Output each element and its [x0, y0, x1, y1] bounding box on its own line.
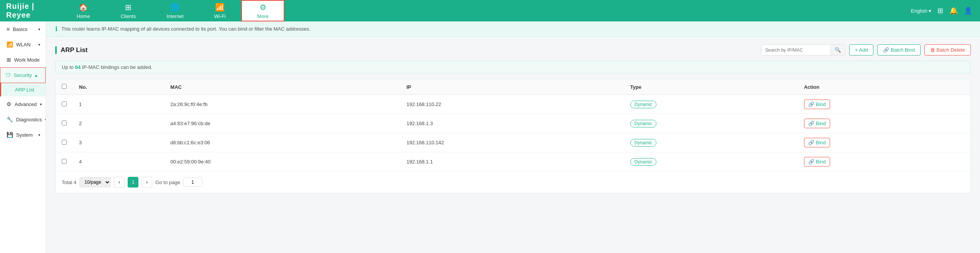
table-row: 2 a4:83:e7:96:cb:de 192.168.1.3 Dynamic … — [56, 114, 970, 133]
th-no: No. — [73, 79, 164, 95]
topnav-item-home[interactable]: 🏠 Home — [61, 0, 105, 21]
sidebar-item-arp-list-label: ARP List — [15, 87, 34, 93]
row-checkbox-2[interactable] — [62, 140, 67, 145]
info-banner: ℹ This router learns IP-MAC mapping of a… — [46, 21, 980, 37]
info-banner-text: This router learns IP-MAC mapping of all… — [61, 26, 311, 32]
row-no: 1 — [73, 95, 164, 114]
table-row: 4 00:e2:59:00:9e:40 192.168.1.1 Dynamic … — [56, 152, 970, 171]
workmode-icon: ⊞ — [7, 57, 11, 63]
sidebar-security-submenu: ARP List — [0, 83, 46, 96]
sidebar-item-system[interactable]: 💾 System ▾ — [0, 127, 46, 142]
language-selector[interactable]: English ▾ — [911, 8, 931, 14]
th-type: Type — [624, 79, 798, 95]
row-checkbox-cell — [56, 133, 73, 152]
sidebar-item-workmode[interactable]: ⊞ Work Mode — [0, 52, 46, 67]
link-icon: 🔗 — [808, 159, 814, 165]
bell-icon[interactable]: 🔔 — [949, 7, 958, 15]
limit-suffix: IP-MAC bindings can be added. — [81, 64, 152, 70]
sidebar-item-basics-label: Basics — [13, 26, 27, 32]
topnav-item-wifi[interactable]: 📶 Wi-Fi — [199, 0, 241, 21]
search-box[interactable]: 🔍 — [761, 44, 845, 55]
row-mac: 2a:26:9c:f0:4e:fb — [164, 95, 400, 114]
add-button[interactable]: + Add — [849, 44, 874, 55]
clients-icon: ⊞ — [125, 3, 132, 12]
row-checkbox-3[interactable] — [62, 159, 67, 164]
diagnostics-icon: 🔧 — [7, 116, 13, 122]
section-actions: 🔍 + Add 🔗 Batch Bind 🗑 Batch Delete — [761, 44, 971, 55]
search-button[interactable]: 🔍 — [830, 45, 845, 55]
brand-logo: Ruijie | Reyee — [6, 2, 55, 20]
th-mac: MAC — [164, 79, 400, 95]
row-mac: 00:e2:59:00:9e:40 — [164, 152, 400, 171]
sidebar-item-diagnostics[interactable]: 🔧 Diagnostics ▾ — [0, 112, 46, 127]
row-type: Dynamic — [624, 114, 798, 133]
row-ip: 192.168.110.22 — [400, 95, 624, 114]
bind-button-0[interactable]: 🔗 Bind — [804, 100, 830, 109]
th-action: Action — [798, 79, 970, 95]
row-type: Dynamic — [624, 152, 798, 171]
topnav-item-clients[interactable]: ⊞ Clients — [105, 0, 151, 21]
topnav-item-internet[interactable]: 🌐 Internet — [151, 0, 199, 21]
per-page-select[interactable]: 10/page — [79, 177, 111, 187]
row-no: 4 — [73, 152, 164, 171]
sidebar-item-wlan[interactable]: 📶 WLAN ▾ — [0, 37, 46, 52]
info-icon: ℹ — [55, 25, 58, 33]
sidebar-item-arp-list[interactable]: ARP List — [0, 83, 46, 96]
select-all-checkbox[interactable] — [62, 84, 67, 89]
row-checkbox-cell — [56, 95, 73, 114]
logo: Ruijie | Reyee — [0, 0, 61, 21]
bind-button-2[interactable]: 🔗 Bind — [804, 138, 830, 147]
go-to-label: Go to page — [155, 180, 180, 185]
link-icon: 🔗 — [808, 121, 814, 126]
row-ip: 192.168.110.142 — [400, 133, 624, 152]
section-header: ARP List 🔍 + Add 🔗 Batch Bind 🗑 Batch De… — [55, 44, 971, 55]
prev-page-button[interactable]: ‹ — [114, 177, 125, 188]
sidebar-item-security-label: Security — [14, 72, 32, 78]
user-icon[interactable]: 👤 — [964, 7, 972, 15]
go-to-input[interactable] — [183, 178, 202, 187]
sidebar-item-wlan-label: WLAN — [16, 42, 31, 47]
table-header: No. MAC IP Type Action — [56, 79, 970, 95]
arp-table-element: No. MAC IP Type Action 1 2a:26:9c:f0:4e:… — [56, 79, 970, 171]
basics-icon: ≡ — [7, 26, 10, 32]
batch-bind-button[interactable]: 🔗 Batch Bind — [877, 44, 921, 55]
topnav-item-more[interactable]: ⚙ More — [241, 0, 285, 21]
bind-button-1[interactable]: 🔗 Bind — [804, 119, 830, 128]
grid-icon[interactable]: ⊞ — [937, 7, 943, 15]
home-icon: 🏠 — [79, 3, 88, 12]
page-1-button[interactable]: 1 — [128, 177, 138, 188]
pagination: Total 4 10/page ‹ 1 › Go to page — [56, 171, 970, 193]
sidebar-item-advanced-label: Advanced — [15, 101, 37, 107]
bind-button-3[interactable]: 🔗 Bind — [804, 157, 830, 166]
topnav-item-clients-label: Clients — [121, 13, 136, 19]
topnav-item-internet-label: Internet — [166, 13, 183, 19]
chevron-down-icon: ▾ — [38, 42, 40, 47]
wlan-icon: 📶 — [7, 41, 13, 47]
row-ip: 192.168.1.1 — [400, 152, 624, 171]
topnav: Ruijie | Reyee 🏠 Home ⊞ Clients 🌐 Intern… — [0, 0, 980, 21]
sidebar-item-basics[interactable]: ≡ Basics ▾ — [0, 21, 46, 37]
advanced-icon: ⚙ — [7, 101, 12, 107]
sidebar-item-security[interactable]: 🛡 Security ▴ — [0, 67, 46, 83]
chevron-up-icon: ▴ — [35, 72, 38, 78]
table-row: 3 d8:bb:c1:6c:e3:06 192.168.110.142 Dyna… — [56, 133, 970, 152]
th-checkbox — [56, 79, 73, 95]
topnav-item-wifi-label: Wi-Fi — [214, 13, 226, 19]
sidebar-item-system-label: System — [16, 132, 33, 138]
row-checkbox-0[interactable] — [62, 101, 67, 106]
arp-table: No. MAC IP Type Action 1 2a:26:9c:f0:4e:… — [55, 79, 971, 193]
next-page-button[interactable]: › — [141, 177, 152, 188]
row-action: 🔗 Bind — [798, 95, 970, 114]
limit-banner: Up to 64 IP-MAC bindings can be added. — [55, 61, 971, 73]
row-checkbox-1[interactable] — [62, 121, 67, 126]
sidebar-item-workmode-label: Work Mode — [14, 57, 39, 63]
topnav-right: English ▾ ⊞ 🔔 👤 — [903, 7, 980, 15]
limit-prefix: Up to — [62, 64, 75, 70]
row-checkbox-cell — [56, 114, 73, 133]
batch-delete-button[interactable]: 🗑 Batch Delete — [924, 44, 971, 55]
system-icon: 💾 — [7, 132, 13, 138]
table-body: 1 2a:26:9c:f0:4e:fb 192.168.110.22 Dynam… — [56, 95, 970, 171]
sidebar-item-advanced[interactable]: ⚙ Advanced ▾ — [0, 96, 46, 112]
content-inner: ARP List 🔍 + Add 🔗 Batch Bind 🗑 Batch De… — [46, 37, 980, 253]
search-input[interactable] — [761, 45, 830, 55]
